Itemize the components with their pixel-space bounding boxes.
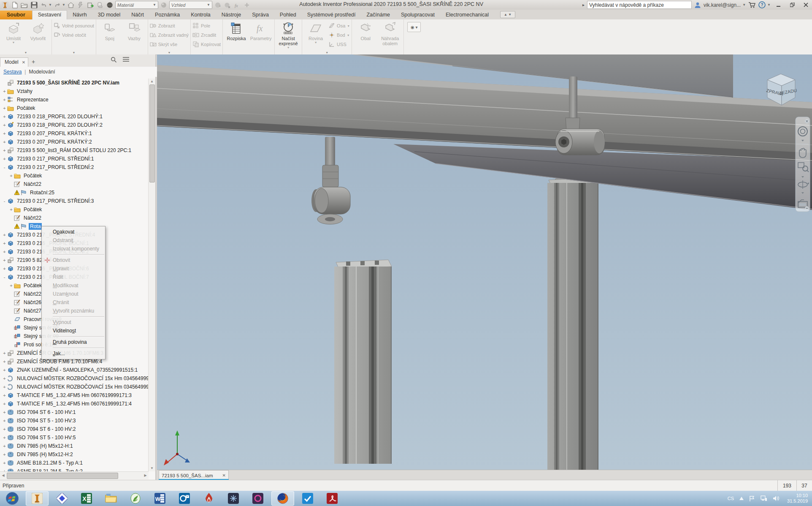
ribbon-button-vazby[interactable]: Vazby (122, 20, 146, 50)
tree-row[interactable]: +72193 0 217_PROFIL STŘEDNÍ:1 (0, 155, 149, 163)
appearance-sphere-icon[interactable] (160, 1, 168, 9)
adjust-sphere-icon[interactable]: + (214, 1, 222, 9)
open-file-icon[interactable] (20, 1, 29, 9)
tree-expand-icon[interactable]: + (2, 401, 7, 406)
tree-row[interactable]: +ISO 7094 ST 6 - 100 HV:2 (0, 425, 149, 433)
tree-row[interactable]: Rotační:25 (0, 188, 149, 197)
tree-item-label[interactable]: 72193 0 218_PROFIL 220 DLOUHÝ:1 (16, 113, 104, 120)
tree-row[interactable]: +72193 0 207_PROFIL KRÁTKÝ:2 (0, 138, 149, 146)
tree-expand-icon[interactable]: + (2, 122, 7, 128)
tree-row[interactable]: +DIN 7985 (H) M5x12-H:2 (0, 450, 149, 459)
ribbon-button-obal[interactable]: Obal (354, 20, 377, 50)
view-link-sestava[interactable]: Sestava (3, 69, 22, 75)
ribbon-tab-za-n-me[interactable]: Začínáme (361, 11, 395, 19)
ribbon-tab-n-vrh[interactable]: Návrh (67, 11, 92, 19)
tree-row[interactable]: Náčrt22 (0, 214, 149, 222)
tree-item-label[interactable]: Počátek (16, 105, 36, 112)
tree-expand-icon[interactable]: + (2, 241, 7, 246)
tree-item-label[interactable]: 72193 0 207_PROFIL KRÁTKÝ:2 (16, 139, 93, 145)
tree-item-label[interactable]: ISO 7094 ST 6 - 100 HV:2 (16, 426, 77, 433)
taskbar-word-button[interactable]: W (149, 492, 171, 505)
ribbon-button-zrcadlit[interactable]: Zrcadlit (192, 31, 221, 39)
scroll-right-arrow[interactable]: ▶ (142, 472, 149, 479)
tree-expand-icon[interactable]: + (2, 131, 7, 136)
tree-row[interactable]: +72193 0 207_PROFIL KRÁTKÝ:1 (0, 129, 149, 138)
tree-row[interactable]: +T-MATICE F M5_1.32.4FM5 Hm 060761999917… (0, 400, 149, 408)
tree-item-label[interactable]: ASME B18.21.2M 5 - Typ A:1 (16, 460, 84, 466)
panel-expand-arrow[interactable]: ▼ (2, 50, 50, 54)
tree-expand-icon[interactable]: + (2, 89, 7, 94)
tree-expand-icon[interactable]: + (2, 452, 7, 457)
tree-expand-icon[interactable]: + (2, 148, 7, 153)
tree-item-label[interactable]: ASME B18.21.2M 5 - Typ A:2 (16, 468, 84, 471)
ribbon-button-spoj[interactable]: Spoj (98, 20, 122, 50)
tree-row[interactable]: -72193 0 217_PROFIL STŘEDNÍ:2 (0, 163, 149, 171)
clipboard-icon[interactable] (96, 1, 104, 9)
horizontal-scroll-thumb[interactable] (7, 473, 118, 479)
tree-item-label[interactable]: Náčrt22 (22, 215, 43, 221)
panel-expand-arrow[interactable]: ▼ (150, 50, 189, 54)
browser-tab-close-icon[interactable]: ✕ (22, 60, 25, 65)
tree-item-label[interactable]: Vztahy (16, 88, 34, 95)
ribbon-button-pole[interactable]: Pole (192, 22, 221, 30)
navigation-bar[interactable] (796, 117, 810, 212)
tree-expand-icon[interactable]: + (2, 97, 7, 102)
vertical-scroll-thumb[interactable] (149, 84, 155, 182)
tree-item-label[interactable]: Počátek (22, 206, 43, 213)
tree-item-label[interactable]: Náčrt22 (22, 181, 43, 188)
viewport-3d[interactable]: ZPRAVA ZEZADU (157, 54, 812, 470)
ribbon-button-skr-t-v-e[interactable]: Skrýt vše (150, 41, 189, 48)
tree-row[interactable]: +ASME B18.21.2M 5 - Typ A:2 (0, 467, 149, 471)
tree-expand-icon[interactable]: + (2, 384, 7, 389)
signed-in-user[interactable]: vik.karel@sign... (704, 2, 741, 8)
ribbon-tab-syst-mov-prost-ed-[interactable]: Systémové prostředí (302, 11, 361, 19)
tree-item-label[interactable]: Náčrt27 (22, 307, 43, 314)
browser-search-icon[interactable] (111, 57, 117, 63)
ribbon-tab-n-stroje[interactable]: Nástroje (216, 11, 247, 19)
taskbar-diamond-app-button[interactable] (51, 492, 73, 505)
action-center-flag-icon[interactable] (749, 495, 755, 502)
ribbon-tab-pohled[interactable]: Pohled (274, 11, 302, 19)
tree-item-label[interactable]: ZNAK UZEMNĚNÍ - SAMOLEPKA_0735529991515:… (16, 367, 139, 373)
tree-expand-icon[interactable]: + (2, 460, 7, 465)
menu-item-opakovat[interactable]: Opakovat (42, 228, 105, 236)
help-icon[interactable]: ? (758, 1, 766, 8)
tree-expand-icon[interactable]: + (2, 106, 7, 111)
tree-expand-icon[interactable]: + (8, 207, 14, 212)
tree-expand-icon[interactable]: + (8, 283, 14, 288)
add-button-icon[interactable] (243, 1, 251, 9)
clear-sphere-icon[interactable] (223, 1, 232, 9)
tree-item-label[interactable]: T-MATICE F M5_1.32.4FM5 Hm 0607619999171… (16, 400, 133, 407)
taskbar-outlook-button[interactable] (173, 492, 195, 505)
ribbon-button-kop-rovat[interactable]: Kopírovat (192, 41, 221, 48)
ribbon-button-vytvo-it[interactable]: Vytvořit (26, 20, 50, 50)
ribbon-button-voln-posunout[interactable]: Volné posunout (54, 22, 94, 30)
document-tab-close-icon[interactable]: ✕ (222, 473, 226, 478)
tree-expand-icon[interactable]: + (2, 376, 7, 381)
tree-row[interactable]: +72193 0 218_PROFIL 220 DLOUHÝ:2 (0, 121, 149, 129)
tree-row[interactable]: +72193 0 218_PROFIL 220 DLOUHÝ:1 (0, 112, 149, 121)
tree-row[interactable]: +ASME B18.21.2M 5 - Typ A:1 (0, 459, 149, 467)
ribbon-tab-kontrola[interactable]: Kontrola (185, 11, 216, 19)
tree-expand-icon[interactable]: + (2, 410, 7, 415)
tree-expand-icon[interactable]: + (2, 232, 7, 237)
tree-expand-icon[interactable]: + (2, 258, 7, 263)
tree-item-label-selected[interactable]: Rota (29, 223, 42, 230)
view-link-modelovani[interactable]: Modelování (29, 69, 55, 75)
tree-item-label[interactable]: ISO 7094 ST 5 - 100 HV:3 (16, 417, 77, 424)
ribbon-button-zobrazit[interactable]: Zobrazit (150, 22, 189, 30)
tree-item-label[interactable]: NULOVACÍ MŮSTEK ROZBOČOVACÍ 15x Hm 03456… (16, 384, 149, 390)
taskbar-firefox-button[interactable] (271, 491, 294, 506)
undo-dropdown-arrow[interactable]: ▼ (49, 3, 52, 7)
profile-column-right[interactable] (547, 178, 598, 470)
taskbar-check-app-button[interactable] (297, 492, 319, 505)
tree-expand-icon[interactable]: + (2, 114, 7, 119)
tree-vertical-scrollbar[interactable]: ▲ ▼ (148, 79, 155, 471)
menu-item-jak-[interactable]: Jak... (42, 349, 105, 358)
ribbon-button-osa[interactable]: Osa▼ (328, 22, 350, 30)
tree-expand-icon[interactable]: + (2, 418, 7, 423)
tree-row[interactable]: +Počátek (0, 171, 149, 180)
ribbon-button-na-st-expresn-[interactable]: Načíst expresně▼ (276, 20, 300, 50)
tree-item-label[interactable]: 72193 5 500_ŠASI SKŘÍNĚ 220 2PC NV.iam (16, 79, 121, 86)
tree-row[interactable]: Náčrt22 (0, 180, 149, 188)
